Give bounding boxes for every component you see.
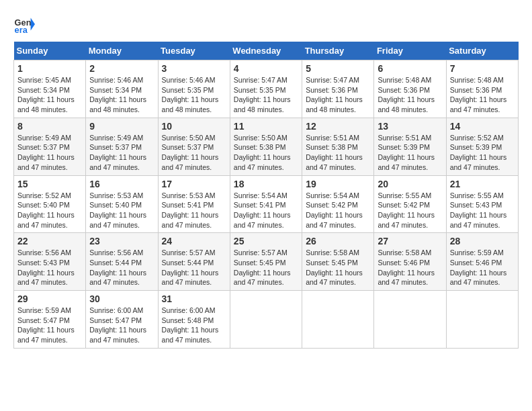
calendar-day-cell: 14 Sunrise: 5:52 AMSunset: 5:39 PMDaylig… <box>446 118 518 175</box>
calendar-day-cell: 2 Sunrise: 5:46 AMSunset: 5:34 PMDayligh… <box>86 60 158 118</box>
day-number: 31 <box>162 293 226 304</box>
calendar-day-header: Friday <box>374 42 446 60</box>
day-number: 14 <box>450 121 515 132</box>
calendar-day-header: Tuesday <box>158 42 230 60</box>
day-number: 18 <box>234 179 298 189</box>
calendar-day-cell: 21 Sunrise: 5:55 AMSunset: 5:43 PMDaylig… <box>446 175 518 233</box>
day-details: Sunrise: 5:46 AMSunset: 5:34 PMDaylight:… <box>89 76 146 113</box>
calendar-day-cell: 27 Sunrise: 5:58 AMSunset: 5:46 PMDaylig… <box>374 233 446 291</box>
day-details: Sunrise: 5:56 AMSunset: 5:44 PMDaylight:… <box>89 248 146 286</box>
day-details: Sunrise: 5:48 AMSunset: 5:36 PMDaylight:… <box>450 76 507 113</box>
day-details: Sunrise: 5:58 AMSunset: 5:45 PMDaylight:… <box>306 248 363 286</box>
day-number: 5 <box>306 63 370 74</box>
day-number: 15 <box>17 179 82 189</box>
calendar-empty-cell <box>446 291 518 349</box>
calendar-day-cell: 13 Sunrise: 5:51 AMSunset: 5:39 PMDaylig… <box>374 118 446 175</box>
day-details: Sunrise: 5:50 AMSunset: 5:38 PMDaylight:… <box>234 134 291 171</box>
day-number: 13 <box>378 121 442 132</box>
day-number: 11 <box>234 121 298 132</box>
calendar-day-cell: 11 Sunrise: 5:50 AMSunset: 5:38 PMDaylig… <box>230 118 302 175</box>
svg-marker-2 <box>31 17 35 30</box>
calendar-week-row: 22 Sunrise: 5:56 AMSunset: 5:43 PMDaylig… <box>14 233 519 291</box>
day-number: 8 <box>17 121 82 132</box>
day-number: 19 <box>306 179 370 189</box>
day-number: 21 <box>450 179 515 189</box>
day-details: Sunrise: 5:59 AMSunset: 5:46 PMDaylight:… <box>450 248 507 286</box>
day-number: 25 <box>234 236 298 246</box>
day-details: Sunrise: 5:55 AMSunset: 5:43 PMDaylight:… <box>450 191 507 229</box>
day-details: Sunrise: 5:53 AMSunset: 5:41 PMDaylight:… <box>162 191 219 229</box>
logo-icon: Gen era <box>13 13 35 35</box>
calendar-day-cell: 10 Sunrise: 5:50 AMSunset: 5:37 PMDaylig… <box>158 118 230 175</box>
day-number: 23 <box>89 236 154 246</box>
calendar-table: SundayMondayTuesdayWednesdayThursdayFrid… <box>13 42 519 349</box>
calendar-day-cell: 29 Sunrise: 5:59 AMSunset: 5:47 PMDaylig… <box>14 291 86 349</box>
day-details: Sunrise: 5:52 AMSunset: 5:40 PMDaylight:… <box>17 191 75 229</box>
day-details: Sunrise: 5:54 AMSunset: 5:41 PMDaylight:… <box>234 191 291 229</box>
day-number: 24 <box>162 236 226 246</box>
day-number: 6 <box>378 63 442 74</box>
calendar-day-cell: 1 Sunrise: 5:45 AMSunset: 5:34 PMDayligh… <box>14 60 86 118</box>
calendar-day-cell: 7 Sunrise: 5:48 AMSunset: 5:36 PMDayligh… <box>446 60 518 118</box>
calendar-day-cell: 9 Sunrise: 5:49 AMSunset: 5:37 PMDayligh… <box>86 118 158 175</box>
day-number: 22 <box>17 236 82 246</box>
calendar-day-cell: 30 Sunrise: 6:00 AMSunset: 5:47 PMDaylig… <box>86 291 158 349</box>
day-details: Sunrise: 5:45 AMSunset: 5:34 PMDaylight:… <box>17 76 75 113</box>
day-number: 10 <box>162 121 226 132</box>
calendar-empty-cell <box>374 291 446 349</box>
day-number: 30 <box>89 293 154 304</box>
svg-text:era: era <box>15 25 28 35</box>
day-number: 7 <box>450 63 515 74</box>
day-details: Sunrise: 5:53 AMSunset: 5:40 PMDaylight:… <box>89 191 146 229</box>
day-details: Sunrise: 5:56 AMSunset: 5:43 PMDaylight:… <box>17 248 75 286</box>
calendar-day-header: Monday <box>86 42 158 60</box>
day-details: Sunrise: 6:00 AMSunset: 5:47 PMDaylight:… <box>89 306 146 344</box>
logo: Gen era <box>13 13 38 35</box>
day-details: Sunrise: 5:51 AMSunset: 5:39 PMDaylight:… <box>378 134 435 171</box>
day-number: 28 <box>450 236 515 246</box>
calendar-week-row: 29 Sunrise: 5:59 AMSunset: 5:47 PMDaylig… <box>14 291 519 349</box>
calendar-day-cell: 16 Sunrise: 5:53 AMSunset: 5:40 PMDaylig… <box>86 175 158 233</box>
day-details: Sunrise: 5:57 AMSunset: 5:45 PMDaylight:… <box>234 248 291 286</box>
calendar-day-cell: 31 Sunrise: 6:00 AMSunset: 5:48 PMDaylig… <box>158 291 230 349</box>
day-number: 20 <box>378 179 442 189</box>
day-number: 4 <box>234 63 298 74</box>
calendar-day-cell: 28 Sunrise: 5:59 AMSunset: 5:46 PMDaylig… <box>446 233 518 291</box>
day-number: 1 <box>17 63 82 74</box>
calendar-day-cell: 24 Sunrise: 5:57 AMSunset: 5:44 PMDaylig… <box>158 233 230 291</box>
day-number: 16 <box>89 179 154 189</box>
calendar-header-row: SundayMondayTuesdayWednesdayThursdayFrid… <box>14 42 519 60</box>
calendar-day-cell: 17 Sunrise: 5:53 AMSunset: 5:41 PMDaylig… <box>158 175 230 233</box>
calendar-day-cell: 6 Sunrise: 5:48 AMSunset: 5:36 PMDayligh… <box>374 60 446 118</box>
calendar-day-header: Sunday <box>14 42 86 60</box>
page-header: Gen era <box>13 13 519 35</box>
calendar-empty-cell <box>302 291 374 349</box>
calendar-day-cell: 22 Sunrise: 5:56 AMSunset: 5:43 PMDaylig… <box>14 233 86 291</box>
day-number: 2 <box>89 63 154 74</box>
day-details: Sunrise: 5:46 AMSunset: 5:35 PMDaylight:… <box>162 76 219 113</box>
calendar-empty-cell <box>230 291 302 349</box>
day-details: Sunrise: 5:49 AMSunset: 5:37 PMDaylight:… <box>17 134 75 171</box>
calendar-day-cell: 8 Sunrise: 5:49 AMSunset: 5:37 PMDayligh… <box>14 118 86 175</box>
day-details: Sunrise: 5:52 AMSunset: 5:39 PMDaylight:… <box>450 134 507 171</box>
calendar-day-cell: 12 Sunrise: 5:51 AMSunset: 5:38 PMDaylig… <box>302 118 374 175</box>
day-number: 12 <box>306 121 370 132</box>
calendar-day-cell: 23 Sunrise: 5:56 AMSunset: 5:44 PMDaylig… <box>86 233 158 291</box>
calendar-day-header: Saturday <box>446 42 518 60</box>
day-details: Sunrise: 5:48 AMSunset: 5:36 PMDaylight:… <box>378 76 435 113</box>
calendar-day-header: Thursday <box>302 42 374 60</box>
calendar-day-cell: 26 Sunrise: 5:58 AMSunset: 5:45 PMDaylig… <box>302 233 374 291</box>
day-details: Sunrise: 5:54 AMSunset: 5:42 PMDaylight:… <box>306 191 363 229</box>
calendar-day-cell: 20 Sunrise: 5:55 AMSunset: 5:42 PMDaylig… <box>374 175 446 233</box>
day-details: Sunrise: 5:57 AMSunset: 5:44 PMDaylight:… <box>162 248 219 286</box>
day-details: Sunrise: 5:49 AMSunset: 5:37 PMDaylight:… <box>89 134 146 171</box>
day-details: Sunrise: 5:51 AMSunset: 5:38 PMDaylight:… <box>306 134 363 171</box>
calendar-week-row: 15 Sunrise: 5:52 AMSunset: 5:40 PMDaylig… <box>14 175 519 233</box>
calendar-week-row: 1 Sunrise: 5:45 AMSunset: 5:34 PMDayligh… <box>14 60 519 118</box>
day-details: Sunrise: 5:55 AMSunset: 5:42 PMDaylight:… <box>378 191 435 229</box>
calendar-day-cell: 4 Sunrise: 5:47 AMSunset: 5:35 PMDayligh… <box>230 60 302 118</box>
calendar-day-cell: 15 Sunrise: 5:52 AMSunset: 5:40 PMDaylig… <box>14 175 86 233</box>
calendar-day-cell: 18 Sunrise: 5:54 AMSunset: 5:41 PMDaylig… <box>230 175 302 233</box>
day-details: Sunrise: 5:59 AMSunset: 5:47 PMDaylight:… <box>17 306 75 344</box>
calendar-day-header: Wednesday <box>230 42 302 60</box>
